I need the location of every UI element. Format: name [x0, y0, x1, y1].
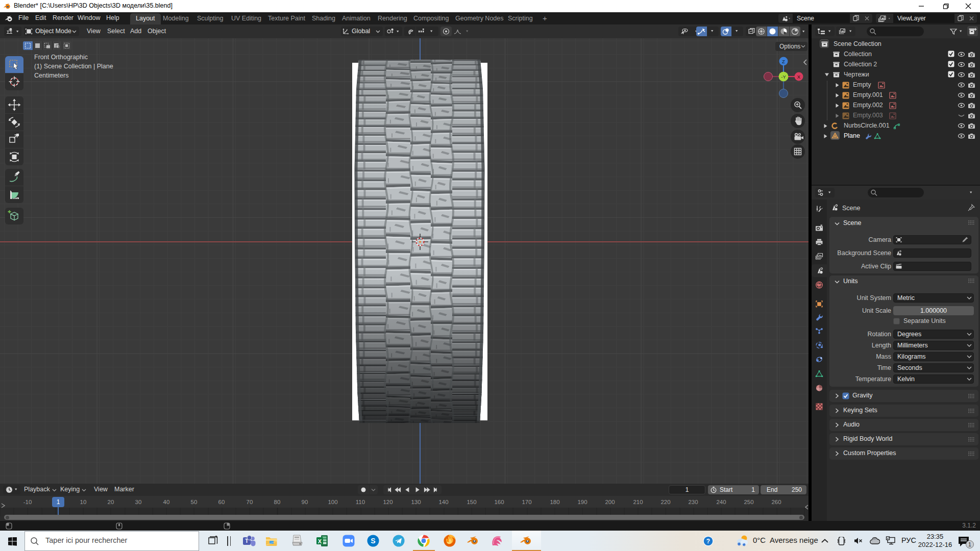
- svg-text:?: ?: [706, 538, 710, 545]
- svg-text:X: X: [318, 538, 322, 544]
- svg-text:1: 1: [968, 541, 971, 547]
- svg-text:Z: Z: [782, 59, 785, 64]
- svg-text:-Y: -Y: [781, 74, 786, 80]
- svg-text:S: S: [371, 537, 375, 545]
- svg-text:X: X: [797, 74, 801, 80]
